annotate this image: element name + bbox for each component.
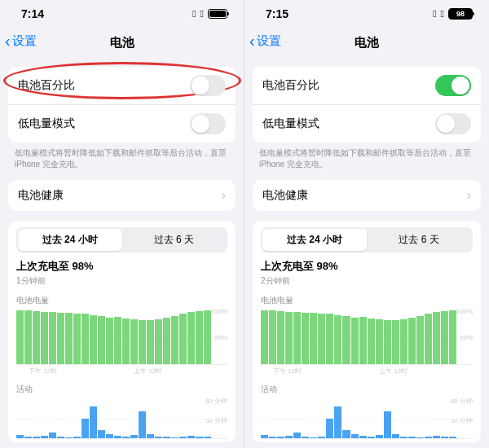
xticks: 下午 12时 上午 12时 — [16, 367, 227, 376]
activity-bars — [261, 398, 456, 438]
nav-bar: ‹ 设置 电池 — [244, 28, 489, 57]
tab-6d[interactable]: 过去 6 天 — [367, 229, 471, 251]
row-battery-health[interactable]: 电池健康 › — [8, 180, 236, 211]
row-label: 电池百分比 — [18, 78, 75, 93]
row-battery-percent[interactable]: 电池百分比 — [8, 67, 236, 105]
ylabel-100: 100% — [456, 308, 473, 315]
wifi-icon: 􀙈 — [441, 8, 444, 20]
battery-bars — [16, 310, 211, 364]
tab-24h[interactable]: 过去 24 小时 — [262, 229, 367, 251]
row-label: 电池健康 — [18, 188, 64, 203]
chevron-left-icon: ‹ — [5, 33, 11, 49]
toggle-battery-percent[interactable] — [190, 75, 226, 96]
last-charge-title: 上次充电至 98% — [261, 259, 473, 274]
battery-pill-icon: 98 — [448, 8, 473, 20]
tab-24h[interactable]: 过去 24 小时 — [18, 229, 122, 251]
usage-card: 过去 24 小时 过去 6 天 上次充电至 98% 2分钟前 电池电量 100%… — [253, 221, 481, 442]
row-battery-health[interactable]: 电池健康 › — [253, 180, 481, 211]
row-low-power[interactable]: 低电量模式 — [253, 105, 481, 143]
chevron-left-icon: ‹ — [249, 33, 255, 49]
status-bar: 7:14 􀙇 􀙈 — [0, 0, 244, 28]
last-charge-sub: 2分钟前 — [261, 275, 473, 287]
row-label: 电池健康 — [262, 188, 308, 203]
row-battery-percent[interactable]: 电池百分比 — [253, 67, 481, 105]
signal-icon: 􀙇 — [433, 8, 436, 20]
row-label: 低电量模式 — [262, 116, 319, 131]
activity-label: 活动 — [16, 384, 227, 395]
status-right: 􀙇 􀙈 98 — [433, 8, 473, 20]
xticks: 下午 12时 上午 12时 — [261, 367, 473, 376]
battery-level-chart: 100% 50% — [16, 310, 227, 365]
row-label: 低电量模式 — [18, 116, 75, 131]
back-label: 设置 — [257, 33, 281, 49]
status-time: 7:15 — [266, 7, 289, 20]
battery-bars — [261, 310, 456, 364]
settings-group-1: 电池百分比 低电量模式 — [253, 67, 481, 143]
signal-icon: 􀙇 — [192, 8, 196, 20]
battery-icon — [208, 9, 227, 19]
battery-level-label: 电池电量 — [261, 295, 473, 306]
activity-bars — [16, 398, 211, 438]
time-range-segmented[interactable]: 过去 24 小时 过去 6 天 — [261, 227, 473, 253]
chevron-right-icon: › — [222, 188, 226, 203]
status-right: 􀙇 􀙈 — [192, 8, 227, 20]
status-bar: 7:15 􀙇 􀙈 98 — [244, 0, 489, 28]
back-button[interactable]: ‹ 设置 — [5, 33, 37, 49]
page-title: 电池 — [110, 35, 134, 51]
activity-chart: 60 分钟 30 分钟 — [261, 398, 473, 439]
ylabel-100: 100% — [211, 308, 227, 315]
ylabel-50: 50% — [460, 334, 473, 341]
back-button[interactable]: ‹ 设置 — [249, 33, 281, 49]
back-label: 设置 — [12, 33, 37, 49]
phone-left: 7:14 􀙇 􀙈 ‹ 设置 电池 电池百分比 低电量模式 低电量模式将暂时降低如… — [0, 0, 244, 448]
ylabel-50: 50% — [214, 334, 227, 341]
last-charge-title: 上次充电至 98% — [16, 259, 227, 274]
activity-chart: 60 分钟 30 分钟 — [16, 398, 227, 439]
toggle-low-power[interactable] — [435, 113, 471, 134]
footnote-low-power: 低电量模式将暂时降低如下载和邮件抓取等后台活动，直至 iPhone 完全充电。 — [0, 143, 244, 170]
row-label: 电池百分比 — [262, 78, 319, 93]
last-charge-sub: 1分钟前 — [16, 275, 227, 287]
chevron-right-icon: › — [467, 188, 471, 203]
toggle-battery-percent[interactable] — [435, 75, 471, 96]
tab-6d[interactable]: 过去 6 天 — [122, 229, 227, 251]
row-low-power[interactable]: 低电量模式 — [8, 105, 236, 143]
page-title: 电池 — [355, 35, 379, 51]
battery-level-label: 电池电量 — [16, 295, 227, 306]
usage-card: 过去 24 小时 过去 6 天 上次充电至 98% 1分钟前 电池电量 100%… — [8, 221, 236, 442]
time-range-segmented[interactable]: 过去 24 小时 过去 6 天 — [16, 227, 227, 253]
status-time: 7:14 — [21, 7, 44, 20]
toggle-low-power[interactable] — [190, 113, 226, 134]
footnote-low-power: 低电量模式将暂时降低如下载和邮件抓取等后台活动，直至 iPhone 完全充电。 — [244, 143, 489, 170]
phone-right: 7:15 􀙇 􀙈 98 ‹ 设置 电池 电池百分比 低电量模式 低电量模式将暂时… — [244, 0, 489, 448]
battery-level-chart: 100% 50% — [261, 310, 473, 365]
activity-label: 活动 — [261, 384, 473, 395]
settings-group-2: 电池健康 › — [253, 180, 481, 211]
settings-group-1: 电池百分比 低电量模式 — [8, 67, 236, 143]
wifi-icon: 􀙈 — [200, 8, 204, 20]
nav-bar: ‹ 设置 电池 — [0, 28, 244, 57]
settings-group-2: 电池健康 › — [8, 180, 236, 211]
